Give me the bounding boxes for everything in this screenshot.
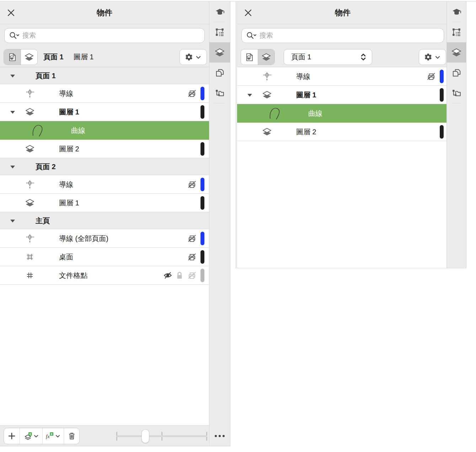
docker-tab-objects[interactable]	[209, 42, 230, 63]
effects-button[interactable]	[42, 428, 64, 444]
document-grid-row[interactable]: 文件格點	[0, 266, 209, 285]
more-options-button[interactable]	[209, 426, 230, 446]
search-bar-area: 搜索	[237, 24, 448, 47]
layers-icon	[25, 144, 35, 154]
layer-color-pill[interactable]	[200, 105, 204, 119]
new-layer-button[interactable]	[20, 428, 42, 444]
selected-object-row[interactable]: 曲線	[237, 104, 448, 123]
row-label: 圖層 2	[59, 144, 79, 154]
chevron-down-icon	[434, 54, 441, 60]
selected-object-row[interactable]: 曲線	[0, 121, 209, 140]
search-input[interactable]: 搜索	[4, 28, 205, 43]
layer-color-pill[interactable]	[440, 70, 444, 83]
guides-icon	[25, 234, 35, 243]
row-label: 文件格點	[59, 270, 87, 280]
docker-tab-assets[interactable]	[209, 83, 230, 103]
layer-row[interactable]: 圖層 1	[0, 194, 209, 212]
learn-icon	[452, 7, 461, 16]
docker-tab-properties[interactable]	[209, 22, 230, 42]
row-label: 主頁	[36, 216, 50, 225]
print-disabled-icon[interactable]	[187, 252, 197, 262]
layers-icon	[262, 90, 272, 99]
thumbnail-size-slider[interactable]	[116, 426, 207, 446]
print-disabled-icon[interactable]	[187, 234, 197, 243]
layer-color-pill[interactable]	[200, 87, 204, 100]
collapse-triangle-icon[interactable]	[247, 92, 253, 97]
collapse-triangle-icon[interactable]	[10, 73, 16, 78]
page-header-row[interactable]: 頁面 2	[0, 158, 209, 175]
layer-row[interactable]: 圖層 1	[0, 103, 209, 121]
layers-icon	[262, 53, 271, 62]
slider-track[interactable]	[116, 435, 207, 437]
row-label: 曲線	[71, 125, 85, 135]
search-input[interactable]: 搜索	[241, 28, 444, 43]
guides-row[interactable]: 導線	[0, 175, 209, 194]
collapse-triangle-icon[interactable]	[10, 109, 16, 114]
visibility-off-icon[interactable]	[163, 271, 173, 280]
panel-settings-button[interactable]	[180, 49, 207, 65]
print-disabled-icon[interactable]	[187, 89, 197, 98]
page-view-button[interactable]	[241, 49, 258, 65]
row-label: 圖層 1	[59, 198, 79, 208]
docker-tab-learn[interactable]	[447, 1, 466, 22]
docker-tab-learn[interactable]	[209, 1, 230, 22]
slider-thumb[interactable]	[141, 429, 149, 443]
layers-icon	[262, 127, 272, 136]
layer-color-pill[interactable]	[200, 196, 204, 210]
page-header-row[interactable]: 頁面 1	[0, 67, 209, 84]
docker-tab-properties[interactable]	[447, 22, 466, 42]
layer-color-pill[interactable]	[200, 232, 204, 245]
chevron-down-icon	[195, 54, 202, 60]
docker-tab-pages[interactable]	[209, 63, 230, 83]
layer-view-button[interactable]	[21, 49, 37, 65]
layers-icon	[451, 48, 461, 58]
layer-row[interactable]: 圖層 2	[237, 123, 448, 141]
desktop-icon	[25, 253, 35, 261]
view-toolbar: 頁面 1	[237, 47, 448, 67]
layer-row[interactable]: 圖層 1	[237, 86, 448, 104]
search-placeholder: 搜索	[22, 31, 36, 40]
page-selector[interactable]: 頁面 1	[284, 49, 372, 65]
page-view-button[interactable]	[4, 49, 21, 65]
layer-view-button[interactable]	[258, 49, 274, 65]
ellipsis-icon	[215, 435, 217, 437]
objects-panel-current-page: 物件 搜索 頁面 1	[235, 1, 466, 268]
docker-tab-pages[interactable]	[447, 63, 466, 83]
layer-color-pill[interactable]	[440, 125, 444, 139]
layer-row[interactable]: 圖層 2	[0, 140, 209, 158]
collapse-triangle-icon[interactable]	[10, 164, 16, 169]
active-context: 頁面 1 圖層 1	[43, 47, 93, 67]
print-disabled-icon[interactable]	[187, 180, 197, 189]
master-page-header-row[interactable]: 主頁	[0, 212, 209, 229]
row-label: 導線	[59, 88, 73, 98]
grid-icon	[25, 271, 35, 280]
layer-color-pill[interactable]	[200, 269, 204, 282]
guides-row[interactable]: 導線	[237, 67, 448, 86]
guides-icon	[25, 89, 35, 98]
layer-color-pill[interactable]	[200, 250, 204, 264]
learn-icon	[215, 7, 225, 16]
print-disabled-icon[interactable]	[426, 72, 436, 81]
curve-thumbnail	[28, 123, 46, 138]
delete-button[interactable]	[64, 428, 79, 444]
docker-tab-objects[interactable]	[447, 42, 466, 63]
footer-toolbar	[0, 425, 209, 446]
fx-icon	[46, 432, 54, 440]
page-view-icon	[8, 53, 17, 62]
desktop-row[interactable]: 桌面	[0, 248, 209, 266]
print-disabled-icon[interactable]	[187, 271, 197, 280]
layer-color-pill[interactable]	[200, 178, 204, 191]
new-object-button[interactable]	[4, 428, 20, 444]
guides-row[interactable]: 導線	[0, 84, 209, 103]
pages-icon	[215, 68, 224, 77]
strip-divider	[214, 103, 225, 103]
panel-title-bar: 物件	[0, 1, 209, 24]
layer-color-pill[interactable]	[200, 142, 204, 156]
layer-color-pill[interactable]	[440, 88, 444, 102]
collapse-triangle-icon[interactable]	[10, 218, 16, 223]
layers-icon	[215, 48, 225, 58]
panel-settings-button[interactable]	[419, 49, 446, 65]
lock-icon[interactable]	[175, 271, 184, 280]
guides-all-pages-row[interactable]: 導線 (全部頁面)	[0, 229, 209, 248]
docker-tab-assets[interactable]	[447, 83, 466, 103]
